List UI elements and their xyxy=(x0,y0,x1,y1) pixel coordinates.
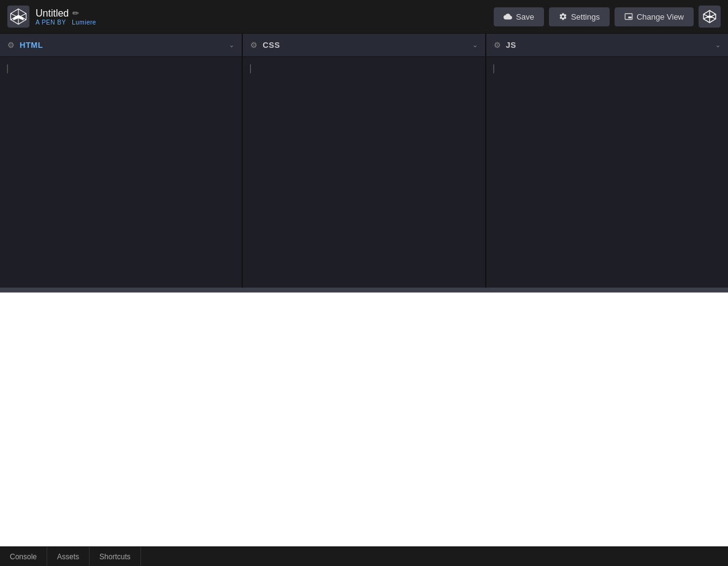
author-prefix: A PEN BY xyxy=(36,19,66,26)
css-editor-body[interactable]: | xyxy=(243,57,485,288)
change-view-button[interactable]: Change View xyxy=(615,7,694,26)
html-gear-icon[interactable]: ⚙ xyxy=(7,40,15,50)
html-panel-title: HTML xyxy=(20,40,43,50)
user-avatar[interactable] xyxy=(699,6,721,28)
author-name[interactable]: Lumiere xyxy=(72,19,96,26)
js-panel-header-left: ⚙ JS xyxy=(494,40,516,50)
console-tab[interactable]: Console xyxy=(0,547,47,566)
css-panel-title: CSS xyxy=(262,40,280,50)
cloud-icon xyxy=(504,12,512,21)
html-editor-body[interactable]: | xyxy=(0,57,242,288)
editor-area: ⚙ HTML ⌄ | ⚙ CSS ⌄ | xyxy=(0,34,728,288)
js-panel-title: JS xyxy=(506,40,516,50)
editor-preview-divider[interactable] xyxy=(0,288,728,293)
pen-title-text: Untitled xyxy=(36,8,69,19)
css-gear-icon[interactable]: ⚙ xyxy=(250,40,258,50)
html-chevron-icon[interactable]: ⌄ xyxy=(229,41,234,49)
js-panel-header: ⚙ JS ⌄ xyxy=(486,34,728,57)
settings-button[interactable]: Settings xyxy=(549,7,610,26)
header: Untitled ✏ A PEN BY Lumiere Save Setting… xyxy=(0,0,728,34)
shortcuts-tab[interactable]: Shortcuts xyxy=(90,547,141,566)
html-cursor: | xyxy=(5,63,10,73)
css-cursor: | xyxy=(248,63,253,73)
save-button[interactable]: Save xyxy=(494,7,544,26)
css-panel-header-left: ⚙ CSS xyxy=(250,40,280,50)
codepen-logo[interactable] xyxy=(7,6,29,28)
avatar-codepen-icon xyxy=(703,10,716,23)
pen-info: Untitled ✏ A PEN BY Lumiere xyxy=(36,8,96,26)
css-chevron-icon[interactable]: ⌄ xyxy=(472,41,478,49)
js-chevron-icon[interactable]: ⌄ xyxy=(715,41,721,49)
html-panel-header: ⚙ HTML ⌄ xyxy=(0,34,242,57)
settings-gear-icon xyxy=(559,12,567,21)
header-left: Untitled ✏ A PEN BY Lumiere xyxy=(7,6,96,28)
pen-title: Untitled ✏ xyxy=(36,8,96,19)
js-gear-icon[interactable]: ⚙ xyxy=(494,40,501,50)
js-cursor: | xyxy=(491,63,496,73)
html-panel: ⚙ HTML ⌄ | xyxy=(0,34,243,288)
header-right: Save Settings Change View xyxy=(494,6,721,28)
css-panel-header: ⚙ CSS ⌄ xyxy=(243,34,485,57)
edit-icon[interactable]: ✏ xyxy=(72,9,79,18)
html-panel-header-left: ⚙ HTML xyxy=(7,40,43,50)
change-view-icon xyxy=(624,12,633,21)
js-editor-body[interactable]: | xyxy=(486,57,728,288)
bottom-bar: Console Assets Shortcuts xyxy=(0,546,728,566)
pen-author: A PEN BY Lumiere xyxy=(36,19,96,26)
assets-tab[interactable]: Assets xyxy=(47,547,90,566)
preview-area xyxy=(0,293,728,546)
css-panel: ⚙ CSS ⌄ | xyxy=(243,34,486,288)
js-panel: ⚙ JS ⌄ | xyxy=(486,34,728,288)
